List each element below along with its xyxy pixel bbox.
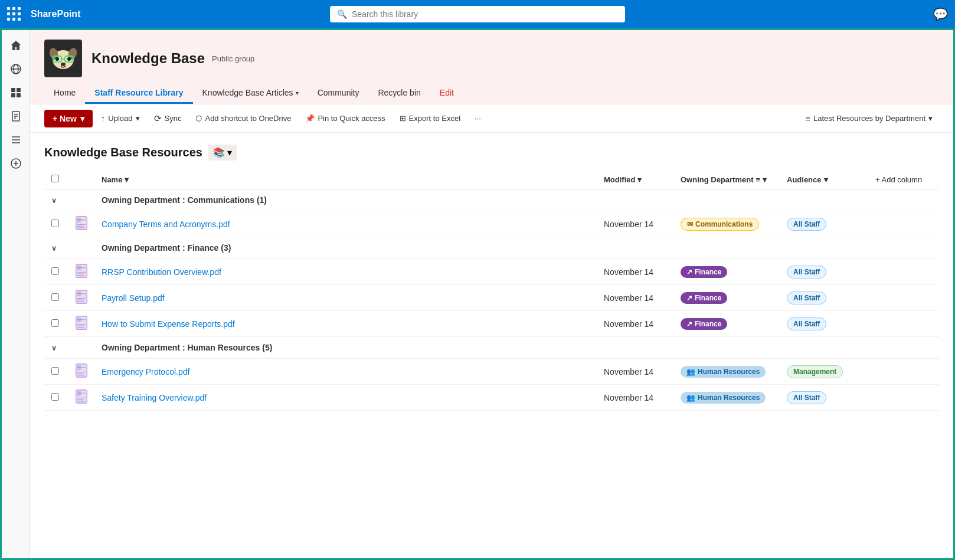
col-dept-sort-icon: ▾ <box>763 175 767 184</box>
svg-rect-5 <box>11 93 15 97</box>
file-checkbox[interactable] <box>51 267 59 275</box>
chat-icon[interactable]: 💬 <box>933 7 948 21</box>
file-icon-cell <box>68 359 94 385</box>
file-checkbox-cell <box>44 359 68 385</box>
sidebar-icon-grid[interactable] <box>5 82 27 103</box>
audience-badge[interactable]: All Staff <box>787 317 826 330</box>
nav-item-staff-resource-library[interactable]: Staff Resource Library <box>85 83 192 104</box>
table-row[interactable]: Payroll Setup.pdf November 14 ↗ Finance … <box>44 285 939 311</box>
table-row[interactable]: How to Submit Expense Reports.pdf Novemb… <box>44 311 939 337</box>
nav-item-recycle-bin[interactable]: Recycle bin <box>368 83 430 104</box>
file-checkbox[interactable] <box>51 220 59 227</box>
sidebar-icon-home[interactable] <box>5 35 27 56</box>
col-dept-header[interactable]: Owning Department ≡ ▾ <box>673 170 780 189</box>
group-expand-icon[interactable]: ∨ <box>51 344 57 352</box>
shortcut-button[interactable]: ⬡ Add shortcut to OneDrive <box>189 110 297 126</box>
sidebar-icon-add[interactable] <box>5 153 27 174</box>
file-extra-cell <box>868 359 939 385</box>
pdf-icon <box>76 389 87 404</box>
group-expand-icon[interactable]: ∨ <box>51 244 57 253</box>
audience-badge[interactable]: All Staff <box>787 218 826 231</box>
dept-badge[interactable]: ↗ Finance <box>681 292 727 304</box>
site-title: Knowledge Base Public group <box>91 50 254 67</box>
audience-label: All Staff <box>793 220 820 228</box>
dept-label: Human Resources <box>698 368 760 376</box>
library-title: Knowledge Base Resources <box>44 146 202 159</box>
col-name-header[interactable]: Name ▾ <box>94 170 597 189</box>
sync-button[interactable]: ⟳ Sync <box>148 110 188 127</box>
audience-badge[interactable]: All Staff <box>787 391 826 404</box>
sidebar-icon-list[interactable] <box>5 129 27 150</box>
col-audience-header[interactable]: Audience ▾ <box>780 170 868 189</box>
top-navigation-bar: SharePoint 🔍 💬 <box>0 0 955 28</box>
file-name: Company Terms and Acronyms.pdf <box>102 220 230 229</box>
svg-point-26 <box>61 63 66 66</box>
library-icon-button[interactable]: 📚 ▾ <box>208 145 237 161</box>
file-checkbox-cell <box>44 211 68 237</box>
file-name-cell[interactable]: RRSP Contribution Overview.pdf <box>94 259 597 285</box>
upload-label: Upload <box>108 114 132 123</box>
col-file-icon-header <box>68 170 94 189</box>
file-checkbox[interactable] <box>51 393 59 401</box>
dept-badge[interactable]: 👥 Human Resources <box>681 366 766 378</box>
nav-item-edit[interactable]: Edit <box>430 83 463 104</box>
file-name-cell[interactable]: Emergency Protocol.pdf <box>94 359 597 385</box>
file-name-cell[interactable]: How to Submit Expense Reports.pdf <box>94 311 597 337</box>
file-modified-cell: November 14 <box>597 259 673 285</box>
svg-rect-44 <box>77 301 85 302</box>
file-name-cell[interactable]: Company Terms and Acronyms.pdf <box>94 211 597 237</box>
sidebar-icon-document[interactable] <box>5 106 27 127</box>
audience-badge[interactable]: Management <box>787 365 843 378</box>
col-modified-header[interactable]: Modified ▾ <box>597 170 673 189</box>
add-col-label: + Add column <box>875 175 922 184</box>
audience-label: All Staff <box>793 320 820 328</box>
view-selector-button[interactable]: ≡ Latest Resources by Department ▾ <box>799 109 939 127</box>
file-name-cell[interactable]: Safety Training Overview.pdf <box>94 385 597 411</box>
export-button[interactable]: ⊞ Export to Excel <box>394 110 466 126</box>
file-name: Safety Training Overview.pdf <box>102 393 207 402</box>
col-add-column-header[interactable]: + Add column <box>868 170 939 189</box>
svg-rect-4 <box>17 88 21 92</box>
file-name-cell[interactable]: Payroll Setup.pdf <box>94 285 597 311</box>
dept-badge[interactable]: 👥 Human Resources <box>681 392 766 404</box>
table-row[interactable]: Company Terms and Acronyms.pdf November … <box>44 211 939 237</box>
app-grid-button[interactable] <box>7 7 21 21</box>
search-input[interactable] <box>352 9 618 19</box>
svg-rect-41 <box>77 293 86 294</box>
dept-badge[interactable]: ↗ Finance <box>681 318 727 330</box>
file-checkbox[interactable] <box>51 367 59 375</box>
dept-icon: ↗ <box>686 320 692 328</box>
dept-badge[interactable]: ✉ Communications <box>681 218 759 231</box>
table-row[interactable]: RRSP Contribution Overview.pdf November … <box>44 259 939 285</box>
file-checkbox[interactable] <box>51 293 59 301</box>
group-expand-icon[interactable]: ∨ <box>51 197 57 205</box>
more-button[interactable]: ··· <box>469 110 487 126</box>
upload-button[interactable]: ↑ Upload ▾ <box>95 110 146 127</box>
file-modified: November 14 <box>604 293 653 303</box>
new-button[interactable]: + New ▾ <box>44 110 93 127</box>
dept-label: Finance <box>695 320 721 328</box>
audience-badge[interactable]: All Staff <box>787 266 826 279</box>
svg-rect-61 <box>77 399 84 400</box>
audience-badge[interactable]: All Staff <box>787 292 826 304</box>
site-title-text: Knowledge Base <box>91 50 205 67</box>
select-all-checkbox[interactable] <box>51 175 59 182</box>
site-navigation: Home Staff Resource Library Knowledge Ba… <box>44 83 939 104</box>
nav-item-home[interactable]: Home <box>44 83 85 104</box>
add-column-button[interactable]: + Add column <box>875 175 922 184</box>
table-row[interactable]: Safety Training Overview.pdf November 14… <box>44 385 939 411</box>
file-checkbox[interactable] <box>51 319 59 327</box>
table-row[interactable]: Emergency Protocol.pdf November 14 👥 Hum… <box>44 359 939 385</box>
file-name: RRSP Contribution Overview.pdf <box>102 267 221 277</box>
group-icon-cell <box>68 189 94 211</box>
search-icon: 🔍 <box>337 9 347 19</box>
file-extra-cell <box>868 259 939 285</box>
sidebar-icon-globe[interactable] <box>5 58 27 80</box>
nav-item-community[interactable]: Community <box>308 83 369 104</box>
app-logo-text: SharePoint <box>31 9 80 19</box>
nav-item-knowledge-base-articles[interactable]: Knowledge Base Articles ▾ <box>193 83 308 104</box>
pin-button[interactable]: 📌 Pin to Quick access <box>299 110 391 126</box>
nav-chevron-kba: ▾ <box>296 90 299 96</box>
svg-rect-48 <box>77 324 86 325</box>
dept-badge[interactable]: ↗ Finance <box>681 266 727 278</box>
